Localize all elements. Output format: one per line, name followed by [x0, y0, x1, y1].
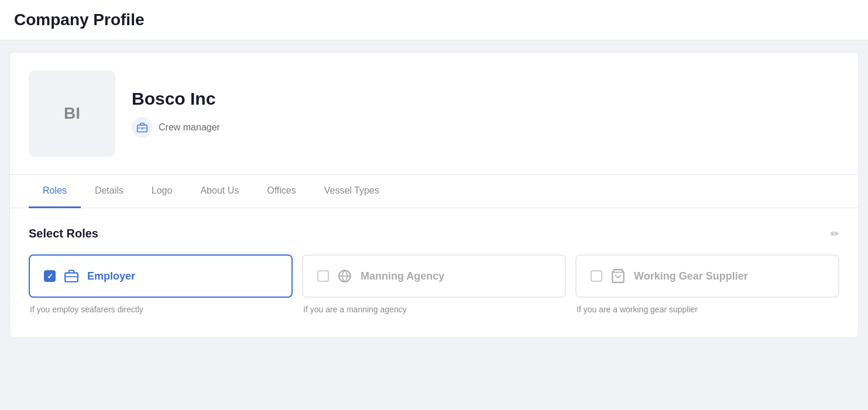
manning-agency-label: Manning Agency	[361, 270, 444, 282]
tab-vessel-types[interactable]: Vessel Types	[310, 175, 393, 208]
tab-about-us[interactable]: About Us	[186, 175, 253, 208]
company-card: BI Bosco Inc Crew manager	[9, 52, 859, 338]
page-content: BI Bosco Inc Crew manager	[0, 40, 868, 350]
manning-agency-description: If you are a manning agency	[302, 305, 566, 314]
briefcase-icon	[136, 122, 148, 133]
roles-grid: Employer Manning Agency	[29, 254, 839, 298]
section-title: Select Roles	[29, 227, 98, 240]
company-logo: BI	[29, 70, 115, 157]
edit-icon[interactable]: ✏	[831, 228, 839, 240]
tabs-bar: Roles Details Logo About Us Offices Vess…	[10, 174, 858, 208]
employer-label: Employer	[87, 270, 135, 282]
employer-icon	[64, 268, 79, 284]
tab-details[interactable]: Details	[81, 175, 138, 208]
page-title: Company Profile	[14, 11, 854, 29]
employer-description: If you employ seafarers directly	[29, 305, 293, 314]
company-role-badge: Crew manager	[132, 117, 220, 138]
tab-content-roles: Select Roles ✏ Employer	[10, 208, 858, 337]
section-header: Select Roles ✏	[29, 227, 839, 240]
working-gear-supplier-checkbox[interactable]	[591, 270, 602, 282]
working-gear-supplier-description: If you are a working gear supplier	[575, 305, 839, 314]
tab-offices[interactable]: Offices	[253, 175, 310, 208]
company-header: BI Bosco Inc Crew manager	[10, 53, 858, 174]
crew-manager-icon-circle	[132, 117, 153, 138]
page-header: Company Profile	[0, 0, 868, 40]
roles-descriptions: If you employ seafarers directly If you …	[29, 305, 839, 314]
crew-manager-label: Crew manager	[159, 122, 220, 133]
tab-roles[interactable]: Roles	[29, 175, 81, 208]
working-gear-supplier-icon	[610, 268, 626, 284]
working-gear-supplier-label: Working Gear Supplier	[634, 270, 748, 282]
employer-checkbox[interactable]	[44, 270, 56, 282]
tab-logo[interactable]: Logo	[138, 175, 187, 208]
svg-rect-3	[65, 273, 78, 282]
manning-agency-role-card[interactable]: Manning Agency	[302, 254, 566, 298]
company-info: Bosco Inc Crew manager	[132, 89, 220, 138]
manning-agency-icon	[337, 268, 352, 284]
company-name: Bosco Inc	[132, 89, 220, 109]
employer-role-card[interactable]: Employer	[29, 254, 293, 298]
working-gear-supplier-role-card[interactable]: Working Gear Supplier	[575, 254, 839, 298]
manning-agency-checkbox[interactable]	[317, 270, 329, 282]
